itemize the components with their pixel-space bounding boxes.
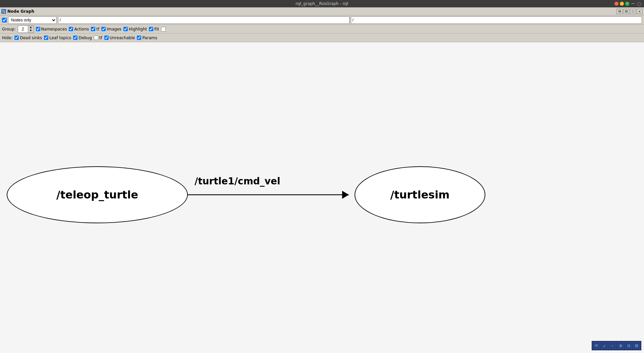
images-checkbox[interactable] <box>101 27 106 31</box>
params-option[interactable]: Params <box>137 36 157 40</box>
window-title: Node Graph <box>7 9 34 14</box>
leaf-topics-checkbox[interactable] <box>44 36 48 40</box>
toolbar-row2: Group: ▲ ▼ Namespaces Actions tf Images … <box>0 25 644 34</box>
main-window: Node Graph ⧉ ⊟ □ × Nodes only Nodes/Topi… <box>0 7 644 353</box>
node-teleop-turtle[interactable]: /teleop_turtle <box>7 166 188 223</box>
bottom-btn-2[interactable]: ↙ <box>601 342 608 349</box>
namespaces-label: Namespaces <box>41 27 67 32</box>
toolbar-row3: Hide: Dead sinks Leaf topics Debug tf Un… <box>0 34 644 42</box>
highlight-label: Highlight <box>129 27 147 32</box>
leaf-topics-option[interactable]: Leaf topics <box>44 36 71 40</box>
dead-sinks-label: Dead sinks <box>20 36 42 40</box>
leaf-topics-label: Leaf topics <box>49 36 71 40</box>
window-controls: ⧉ ⊟ □ × <box>616 9 643 14</box>
graph-canvas[interactable]: /teleop_turtle /turtlesim /turtle1/cmd_v… <box>0 42 644 353</box>
bottom-btn-6[interactable]: ⚙ <box>633 342 640 349</box>
spin-up-button[interactable]: ▲ <box>28 26 34 29</box>
actions-option[interactable]: Actions <box>69 27 89 32</box>
filter2-input[interactable] <box>351 16 642 24</box>
node-teleop-turtle-label: /teleop_turtle <box>56 188 138 201</box>
node-turtlesim-label: /turtlesim <box>390 188 450 201</box>
dead-sinks-checkbox[interactable] <box>14 36 19 40</box>
tf-label: tf <box>96 27 99 32</box>
toolbar-row1: Nodes only Nodes/Topics (all) Nodes/Topi… <box>0 15 644 25</box>
highlight-option[interactable]: Highlight <box>123 27 147 32</box>
group-spinbox: ▲ ▼ <box>18 25 34 33</box>
bottom-btn-4[interactable]: ⊞ <box>617 342 624 349</box>
actions-checkbox[interactable] <box>69 27 73 31</box>
unreachable-label: Unreachable <box>110 36 135 40</box>
hide-label: Hide: <box>2 36 12 40</box>
maximize-button[interactable] <box>625 2 629 6</box>
fit-label: Fit <box>154 27 159 32</box>
bottom-btn-5[interactable]: ⊟ <box>625 342 632 349</box>
tf2-checkbox[interactable] <box>94 36 98 40</box>
unreachable-checkbox[interactable] <box>104 36 109 40</box>
title-text: rqt_graph__RosGraph - rqt <box>296 1 348 6</box>
edge-label: /turtle1/cmd_vel <box>195 176 280 187</box>
params-checkbox[interactable] <box>137 36 141 40</box>
debug-option[interactable]: Debug <box>73 36 92 40</box>
enable-checkbox[interactable] <box>2 18 7 22</box>
minimize-button[interactable] <box>620 2 624 6</box>
actions-label: Actions <box>74 27 89 32</box>
title-bar: rqt_graph__RosGraph - rqt − ○ <box>0 0 644 7</box>
fit-option[interactable]: Fit <box>149 27 159 32</box>
tf2-label: tf <box>99 36 102 40</box>
maximize-window-button[interactable]: □ <box>630 9 636 14</box>
fit-checkbox[interactable] <box>149 27 153 31</box>
fit-color-box[interactable] <box>161 27 166 32</box>
debug-checkbox[interactable] <box>73 36 77 40</box>
namespaces-option[interactable]: Namespaces <box>36 27 67 32</box>
svg-rect-0 <box>2 10 4 11</box>
close-window-button[interactable]: × <box>637 9 643 14</box>
bottom-btn-1[interactable]: 中 <box>593 342 600 349</box>
svg-marker-3 <box>342 191 349 199</box>
node-graph-icon <box>1 9 6 14</box>
float-button[interactable]: ⧉ <box>616 9 623 14</box>
close-icon2[interactable]: ○ <box>637 1 641 6</box>
group-value-input[interactable] <box>18 25 28 33</box>
images-option[interactable]: Images <box>101 27 121 32</box>
spin-arrows: ▲ ▼ <box>28 25 34 33</box>
highlight-checkbox[interactable] <box>123 27 128 31</box>
hide-icon[interactable]: − <box>631 1 635 6</box>
close-button[interactable] <box>614 2 619 6</box>
namespaces-checkbox[interactable] <box>36 27 40 31</box>
bottom-toolbar: 中 ↙ ↔ ⊞ ⊟ ⚙ <box>592 341 641 350</box>
tf2-option[interactable]: tf <box>94 36 102 40</box>
svg-rect-1 <box>4 11 5 13</box>
images-label: Images <box>107 27 121 32</box>
debug-label: Debug <box>78 36 92 40</box>
tf-checkbox[interactable] <box>91 27 95 31</box>
filter1-input[interactable] <box>58 16 350 24</box>
node-turtlesim[interactable]: /turtlesim <box>355 166 485 223</box>
dead-sinks-option[interactable]: Dead sinks <box>14 36 42 40</box>
unreachable-option[interactable]: Unreachable <box>104 36 135 40</box>
params-label: Params <box>142 36 157 40</box>
bottom-btn-3[interactable]: ↔ <box>609 342 616 349</box>
dock-button[interactable]: ⊟ <box>623 9 629 14</box>
window-title-bar: Node Graph ⧉ ⊟ □ × <box>0 7 644 15</box>
group-label: Group: <box>2 27 16 32</box>
view-mode-dropdown[interactable]: Nodes only Nodes/Topics (all) Nodes/Topi… <box>8 16 57 24</box>
spin-down-button[interactable]: ▼ <box>28 29 34 33</box>
title-buttons: − ○ <box>614 1 641 6</box>
tf-option[interactable]: tf <box>91 27 99 32</box>
